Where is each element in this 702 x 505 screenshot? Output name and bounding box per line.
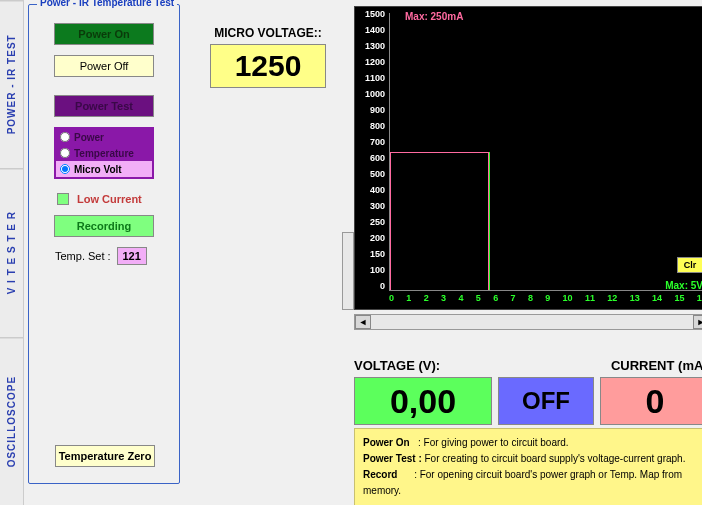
radio-temperature-input[interactable] xyxy=(60,148,70,158)
radio-temperature-label: Temperature xyxy=(74,148,134,159)
y-axis-ticks: 1500140013001200110010009008007006005004… xyxy=(355,9,389,291)
low-current-checkbox[interactable] xyxy=(57,193,69,205)
power-off-button[interactable]: Power Off xyxy=(54,55,154,77)
tab-oscilloscope[interactable]: OSCILLOSCOPE xyxy=(0,337,23,505)
recording-button[interactable]: Recording xyxy=(54,215,154,237)
power-state-indicator: OFF xyxy=(498,377,594,425)
voltage-label: VOLTAGE (V): xyxy=(354,358,440,373)
temp-set-label: Temp. Set : xyxy=(55,250,111,262)
scroll-left-arrow[interactable]: ◄ xyxy=(355,315,371,329)
radio-power-label: Power xyxy=(74,132,104,143)
power-test-button[interactable]: Power Test xyxy=(54,95,154,117)
micro-voltage-block: MICRO VOLTAGE:: 1250 xyxy=(210,26,326,88)
mode-radio-group: Power Temperature Micro Volt xyxy=(54,127,154,179)
power-ir-panel: Power - IR Temperature Test Power On Pow… xyxy=(28,4,180,484)
readouts: VOLTAGE (V): CURRENT (mA): 0,00 OFF 0 xyxy=(354,358,702,425)
vertical-scrollbar[interactable] xyxy=(342,232,354,310)
temp-set-value[interactable]: 121 xyxy=(117,247,147,265)
voltage-value: 0,00 xyxy=(354,377,492,425)
current-trace xyxy=(390,152,489,291)
voltage-trace xyxy=(489,152,490,291)
radio-micro-volt[interactable]: Micro Volt xyxy=(56,161,152,177)
tab-vi-tester[interactable]: V I T E S T E R xyxy=(0,168,23,336)
tab-power-ir-test[interactable]: POWER - IR TEST xyxy=(0,0,23,168)
radio-micro-volt-input[interactable] xyxy=(60,164,70,174)
side-tabs: POWER - IR TEST V I T E S T E R OSCILLOS… xyxy=(0,0,24,505)
help-info-box: Power On : For giving power to circuit b… xyxy=(354,428,702,505)
low-current-label: Low Current xyxy=(77,193,142,205)
current-label: CURRENT (mA): xyxy=(611,358,702,373)
chart-horizontal-scrollbar[interactable]: ◄ ► xyxy=(354,314,702,330)
radio-temperature[interactable]: Temperature xyxy=(56,145,152,161)
panel-title: Power - IR Temperature Test xyxy=(37,0,177,8)
plot-region xyxy=(389,13,702,291)
x-axis-ticks: 012345678910111213141516 xyxy=(389,293,702,307)
chart-area: Max: 250mA Max: 5V Clr 15001400130012001… xyxy=(354,6,702,342)
power-on-button[interactable]: Power On xyxy=(54,23,154,45)
temp-set-row: Temp. Set : 121 xyxy=(55,247,171,265)
temperature-zero-button[interactable]: Temperature Zero xyxy=(55,445,155,467)
radio-power[interactable]: Power xyxy=(56,129,152,145)
main-area: Power - IR Temperature Test Power On Pow… xyxy=(24,0,702,505)
scroll-right-arrow[interactable]: ► xyxy=(693,315,702,329)
radio-power-input[interactable] xyxy=(60,132,70,142)
low-current-checkbox-row[interactable]: Low Current xyxy=(57,193,171,205)
micro-voltage-label: MICRO VOLTAGE:: xyxy=(210,26,326,40)
radio-micro-volt-label: Micro Volt xyxy=(74,164,122,175)
current-value: 0 xyxy=(600,377,702,425)
micro-voltage-value: 1250 xyxy=(210,44,326,88)
chart-canvas: Max: 250mA Max: 5V Clr 15001400130012001… xyxy=(354,6,702,310)
